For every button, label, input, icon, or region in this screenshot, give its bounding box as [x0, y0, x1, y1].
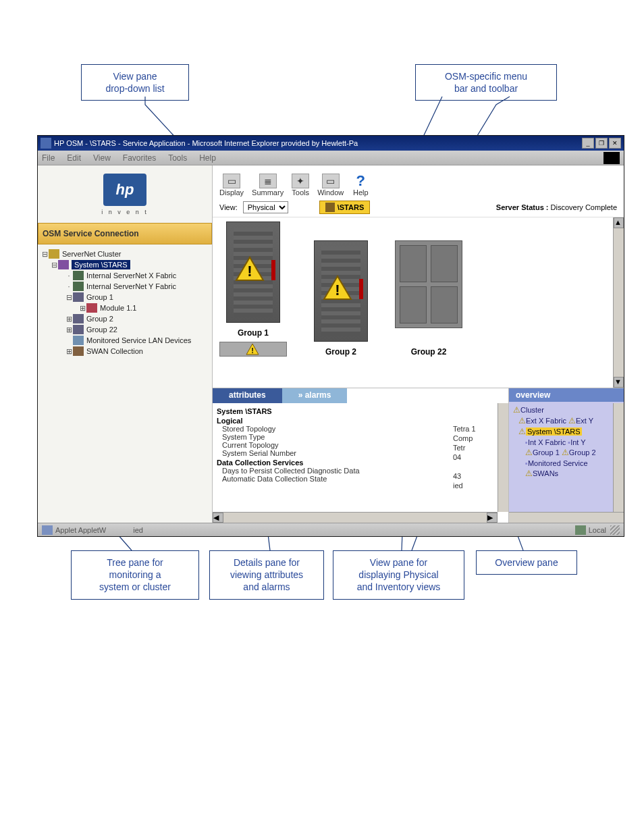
overview-body[interactable]: ⚠Cluster ⚠Ext X Fabric ⚠Ext Y ⚠System \S… [509, 402, 624, 512]
rack-label: Group 1 [238, 328, 269, 338]
toolbar-window[interactable]: ▭Window [317, 174, 344, 197]
server-status: Server Status : Discovery Complete [496, 203, 617, 211]
details-vscrollbar[interactable] [498, 403, 508, 512]
menu-favorites[interactable]: Favorites [123, 153, 156, 163]
help-icon: ? [352, 174, 369, 188]
view-label: View: [219, 203, 238, 211]
attr-value: Tetr [453, 444, 493, 453]
overview-vscrollbar[interactable] [613, 403, 624, 512]
close-button[interactable]: ✕ [609, 138, 621, 149]
right-column: ▭Display ≣Summary ✦Tools ▭Window ?Help V… [212, 165, 624, 523]
callout-tree-pane: Tree pane for monitoring a system or clu… [71, 550, 199, 600]
rack-group2[interactable]: ! Group 2 [314, 240, 368, 357]
menu-file[interactable]: File [42, 153, 55, 163]
warning-icon: ⚠ [525, 448, 533, 457]
window-title: HP OSM - \STARS - Service Application - … [54, 139, 582, 147]
view-dropdown[interactable]: Physical [243, 201, 288, 213]
overview-hscrollbar[interactable] [509, 512, 624, 523]
callout-text: OSM-specific menu bar and toolbar [445, 71, 527, 94]
rack-group1[interactable]: ! Group 1 ! [219, 221, 287, 357]
tree-node-group22[interactable]: ⊞Group 22 [41, 324, 209, 335]
scroll-up-button[interactable]: ▲ [614, 217, 624, 228]
warning-icon: ⚠ [568, 416, 576, 425]
rack-label: Group 2 [325, 347, 356, 357]
menu-help[interactable]: Help [199, 153, 216, 163]
hp-invent-tagline: i n v e n t [101, 209, 149, 215]
hp-logo-icon: hp [103, 174, 146, 206]
status-label: Server Status : [496, 203, 549, 211]
details-pane: attributes » alarms System \STARS Logica… [213, 388, 509, 523]
scroll-down-button[interactable]: ▼ [614, 377, 624, 388]
logo-area: hp i n v e n t [38, 165, 212, 223]
overview-pane: overview ⚠Cluster ⚠Ext X Fabric ⚠Ext Y ⚠… [509, 388, 624, 523]
module-thumbnail[interactable]: ! [219, 342, 287, 357]
callout-osm-toolbar: OSM-specific menu bar and toolbar [415, 64, 557, 101]
fabric-icon [73, 271, 84, 280]
system-cube-icon [325, 203, 335, 212]
svg-text:!: ! [247, 263, 252, 280]
tree-pane[interactable]: ⊟ServerNet Cluster ⊟System \STARS ·Inter… [38, 244, 212, 523]
tree-node-cluster[interactable]: ⊟ServerNet Cluster [41, 249, 209, 259]
tree-node-lan-devices[interactable]: Monitored Service LAN Devices [41, 335, 209, 346]
details-hscrollbar[interactable]: ◀▶ [213, 512, 498, 523]
overview-item[interactable]: Group 2 [569, 448, 596, 457]
view-pane[interactable]: ▲▼ ! Group 1 [213, 217, 624, 388]
led-indicator-icon [359, 279, 363, 299]
tree-node-fabric-y[interactable]: ·Internal ServerNet Y Fabric [41, 281, 209, 292]
ie-icon [41, 138, 51, 149]
menu-tools[interactable]: Tools [168, 153, 187, 163]
tab-attributes[interactable]: attributes [213, 388, 282, 403]
attr-value-column: Tetra 1 Comp Tetr 04 43 ied [453, 406, 493, 491]
system-badge[interactable]: \STARS [319, 201, 371, 214]
overview-item[interactable]: Group 1 [533, 448, 560, 457]
overview-item[interactable]: Cluster [520, 406, 544, 414]
toolbar-summary[interactable]: ≣Summary [252, 174, 284, 197]
tree-node-group2[interactable]: ⊞Group 2 [41, 313, 209, 324]
swan-icon [73, 346, 84, 356]
overview-item[interactable]: Ext X Fabric [526, 417, 566, 425]
rack-group22[interactable]: Group 22 [395, 240, 462, 357]
warning-icon: ⚠ [562, 448, 569, 457]
scroll-right-button[interactable]: ▶ [487, 513, 498, 523]
overview-item[interactable]: Ext Y [576, 417, 593, 425]
tree-label: Internal ServerNet X Fabric [86, 271, 176, 280]
overview-item[interactable]: SWANs [533, 469, 558, 477]
warning-icon: ! [323, 275, 352, 301]
tree-label: Group 2 [86, 315, 113, 323]
view-pane-vscrollbar[interactable]: ▲▼ [613, 217, 624, 388]
callout-overview-pane: Overview pane [476, 550, 577, 575]
menu-view[interactable]: View [93, 153, 111, 163]
app-window: HP OSM - \STARS - Service Application - … [37, 135, 624, 537]
tools-icon: ✦ [292, 174, 309, 188]
details-body[interactable]: System \STARS Logical Stored Topology Sy… [213, 403, 508, 523]
toolbar-tools[interactable]: ✦Tools [292, 174, 309, 197]
overview-item[interactable]: Int Y [570, 438, 585, 446]
attr-value: ied [453, 481, 493, 491]
toolbar-label: Help [353, 188, 369, 197]
warning-icon: ⚠ [518, 427, 526, 436]
maximize-button[interactable]: ❐ [595, 138, 608, 149]
ie-throbber-icon [603, 152, 620, 164]
minimize-button[interactable]: _ [582, 138, 594, 149]
tree-node-swan[interactable]: ⊞SWAN Collection [41, 346, 209, 357]
resize-grip-icon[interactable] [610, 525, 620, 535]
tree-node-system[interactable]: ⊟System \STARS [41, 259, 209, 270]
callout-view-dropdown: View pane drop-down list [81, 64, 189, 101]
overview-item[interactable]: Monitored Service [528, 459, 588, 467]
toolbar-help[interactable]: ?Help [352, 174, 369, 197]
scroll-left-button[interactable]: ◀ [213, 513, 223, 523]
toolbar-display[interactable]: ▭Display [219, 174, 244, 197]
overview-item[interactable]: Int X Fabric [528, 438, 566, 446]
overview-item-selected[interactable]: System \STARS [526, 427, 582, 436]
toolbar-label: Window [317, 188, 344, 197]
tab-alarms[interactable]: » alarms [282, 388, 348, 403]
tree-node-module11[interactable]: ⊞Module 1.1 [41, 303, 209, 313]
window-icon: ▭ [322, 174, 340, 188]
menu-edit[interactable]: Edit [67, 153, 81, 163]
tree-node-fabric-x[interactable]: ·Internal ServerNet X Fabric [41, 270, 209, 281]
attr-value: 43 [453, 472, 493, 481]
tree-node-group1[interactable]: ⊟Group 1 [41, 292, 209, 303]
statusbar-text: ied [133, 526, 143, 534]
tree-label: Internal ServerNet Y Fabric [86, 282, 176, 290]
attr-value: Tetra 1 [453, 425, 493, 434]
